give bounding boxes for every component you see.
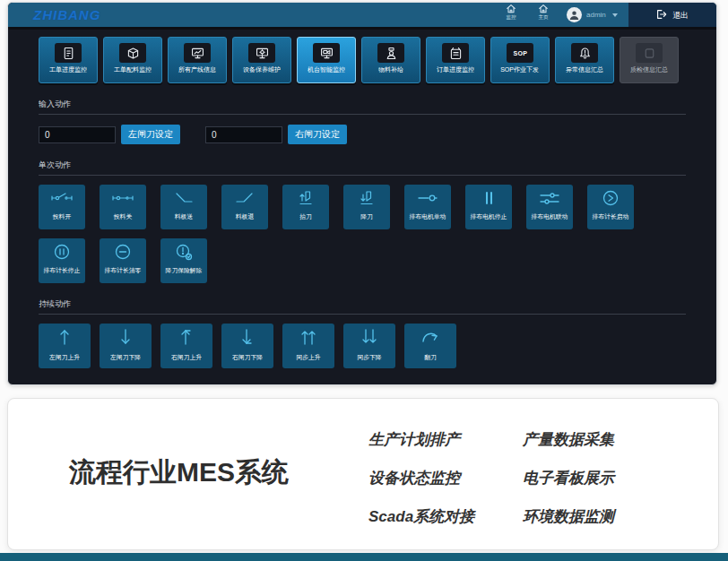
action-left-gate-down[interactable]: 左闸刀下降 [100, 324, 152, 368]
action-sync-up[interactable]: 同步上升 [282, 324, 334, 368]
module-order-progress[interactable]: 订单进度监控 [426, 37, 485, 83]
action-motor-jog[interactable]: 排布电机单动 [404, 185, 451, 229]
footer-bar [0, 553, 728, 561]
action-counter-start[interactable]: 排布计长启动 [587, 185, 634, 229]
module-label: 工单配料监控 [114, 65, 152, 74]
action-motor-linked[interactable]: 排布电机联动 [526, 185, 573, 229]
logout-label: 退出 [672, 9, 689, 21]
chevron-down-icon [612, 13, 618, 17]
action-right-gate-up[interactable]: 右闸刀上升 [160, 324, 212, 368]
logout-button[interactable]: 退出 [628, 3, 716, 27]
action-label: 料板退 [236, 212, 254, 221]
action-counter-pause[interactable]: 排布计长停止 [39, 238, 85, 283]
action-label: 排布计长启动 [593, 212, 629, 221]
module-equipment-maintenance[interactable]: 设备保养维护 [232, 37, 291, 83]
action-label: 排布电机停止 [471, 212, 507, 221]
app-body: 工单进度监控 工单配料监控 所有产线信息 设备保养维护 [8, 37, 716, 368]
action-knife-up[interactable]: 抬刀 [282, 185, 329, 229]
module-label: 订单进度监控 [437, 65, 474, 74]
continuous-actions-title: 持续动作 [39, 298, 621, 310]
module-tab-row: 工单进度监控 工单配料监控 所有产线信息 设备保养维护 [39, 37, 686, 83]
user-menu[interactable]: admin [567, 7, 618, 22]
switch-open-icon [50, 189, 74, 211]
action-label: 左闸刀下降 [110, 353, 141, 362]
action-label: 降刀 [360, 212, 373, 221]
action-label: 右闸刀上升 [171, 353, 202, 362]
module-work-order-progress[interactable]: 工单进度监控 [39, 37, 98, 83]
action-safety-release[interactable]: 降刀保险解除 [160, 238, 207, 283]
knife-down-icon [355, 189, 378, 211]
single-actions-title: 单次动作 [39, 160, 621, 171]
input-actions-row: 左闸刀设定 右闸刀设定 [39, 125, 686, 144]
left-gate-value-input[interactable] [39, 126, 116, 143]
action-label: 同步上升 [296, 353, 320, 362]
action-feed-close[interactable]: 投料关 [100, 185, 146, 229]
module-machine-smart-monitor[interactable]: 机台智能监控 [297, 37, 356, 83]
switch-closed-icon [111, 189, 134, 211]
counter-start-icon [599, 189, 622, 211]
machine-smart-monitor-icon [313, 43, 340, 63]
arrow-down-icon [115, 326, 136, 351]
section-divider [39, 114, 686, 115]
action-right-gate-down[interactable]: 右闸刀下降 [221, 324, 273, 368]
action-label: 左闸刀上升 [49, 353, 80, 362]
nav-home[interactable]: 主页 [527, 3, 559, 27]
module-material-supply[interactable]: 物料补给 [361, 37, 420, 83]
action-label: 同步下降 [357, 353, 381, 362]
action-label: 投料开 [53, 212, 71, 221]
action-left-gate-up[interactable]: 左闸刀上升 [39, 324, 91, 368]
motor-linked-icon [538, 189, 561, 211]
action-sync-down[interactable]: 同步下降 [343, 324, 395, 368]
module-abnormal-info[interactable]: 异常信息汇总 [555, 37, 614, 83]
right-gate-value-input[interactable] [205, 126, 282, 143]
left-gate-set-button[interactable]: 左闸刀设定 [121, 125, 180, 144]
logout-icon [655, 7, 667, 23]
app-header: ZHIBANG 监控 主页 admin [8, 3, 716, 30]
home-icon [538, 4, 549, 13]
plate-back-icon [233, 189, 256, 211]
nav-home-label: 主页 [538, 13, 548, 21]
avatar-icon [567, 7, 582, 22]
motor-jog-icon [416, 189, 439, 211]
action-feed-open[interactable]: 投料开 [39, 185, 85, 229]
knife-up-icon [294, 189, 317, 211]
curved-arrow-icon [420, 326, 441, 351]
module-sop[interactable]: SOP SOP作业下发 [490, 37, 550, 83]
feature-item: 生产计划排产 [368, 429, 523, 450]
module-label: SOP作业下发 [501, 65, 540, 74]
equipment-maintenance-icon [248, 43, 275, 63]
action-knife-down[interactable]: 降刀 [343, 185, 390, 229]
nav-monitor[interactable]: 监控 [495, 3, 527, 27]
quality-check-icon [636, 43, 663, 63]
action-label: 排布计长停止 [44, 266, 81, 275]
order-progress-icon [442, 43, 469, 63]
feature-item: 环境数据监测 [523, 506, 677, 527]
action-flip-knife[interactable]: 翻刀 [404, 324, 456, 368]
action-label: 降刀保险解除 [166, 266, 203, 275]
module-label: 机台智能监控 [308, 65, 345, 74]
single-actions-row-1: 投料开 投料关 料板送 料板退 [39, 185, 686, 229]
action-plate-back[interactable]: 料板退 [221, 185, 268, 229]
sop-icon-text: SOP [513, 49, 527, 56]
right-gate-set-button[interactable]: 右闸刀设定 [288, 125, 347, 144]
double-arrow-down-icon [359, 326, 380, 351]
module-quality-check[interactable]: 质检信息汇总 [620, 37, 679, 83]
module-work-order-material[interactable]: 工单配料监控 [103, 37, 162, 83]
action-label: 投料关 [114, 212, 132, 221]
module-production-lines[interactable]: 所有产线信息 [168, 37, 227, 83]
feature-list: 生产计划排产 产量数据采集 设备状态监控 电子看板展示 Scada系统对接 环境… [368, 420, 677, 536]
single-actions-row-2: 排布计长停止 排布计长清零 降刀保险解除 [39, 238, 686, 283]
action-label: 排布电机联动 [532, 212, 568, 221]
action-plate-forward[interactable]: 料板送 [160, 185, 207, 229]
action-label: 右闸刀下降 [232, 353, 263, 362]
action-motor-stop[interactable]: 排布电机停止 [465, 185, 512, 229]
feature-item: 产量数据采集 [523, 429, 677, 450]
action-counter-reset[interactable]: 排布计长清零 [100, 238, 146, 283]
promo-card: 流程行业MES系统 生产计划排产 产量数据采集 设备状态监控 电子看板展示 Sc… [7, 398, 719, 550]
promo-title: 流程行业MES系统 [69, 454, 289, 491]
arrow-up-icon [54, 326, 75, 351]
feature-item: 设备状态监控 [368, 468, 523, 488]
motor-stop-icon [477, 189, 500, 211]
arrow-up-tick-icon [176, 326, 197, 351]
sop-icon: SOP [507, 43, 533, 63]
